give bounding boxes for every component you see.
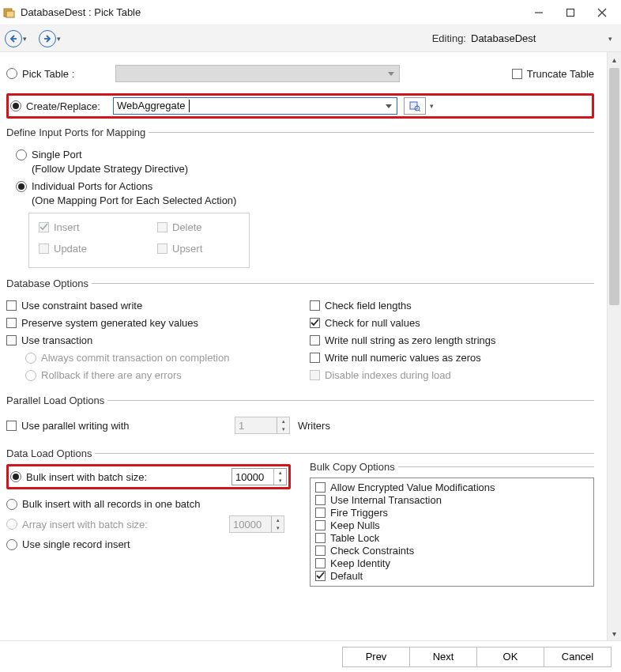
truncate-table-checkbox[interactable] xyxy=(512,69,522,79)
dataload-fieldset: Data Load Options Bulk insert with batch… xyxy=(6,447,594,591)
null-num-checkbox[interactable] xyxy=(310,353,320,363)
back-dropdown[interactable]: ▾ xyxy=(23,35,31,43)
rollback-radio xyxy=(25,370,36,381)
bulk-copy-item[interactable]: Use Internal Transaction xyxy=(315,494,589,506)
null-str-checkbox[interactable] xyxy=(310,335,320,345)
bulk-copy-checkbox[interactable] xyxy=(315,533,326,543)
array-batch-label: Array insert with batch size: xyxy=(22,519,229,530)
nav-strip: ▾ ▾ Editing: DatabaseDest ▾ xyxy=(0,25,621,52)
scroll-thumb[interactable] xyxy=(609,68,619,305)
single-insert-label: Use single record insert xyxy=(22,538,130,550)
bulk-copy-item[interactable]: Keep Identity xyxy=(315,557,589,569)
bulk-copy-item[interactable]: Fire Triggers xyxy=(315,507,589,519)
single-insert-radio[interactable] xyxy=(6,539,17,550)
next-button[interactable]: Next xyxy=(409,647,477,667)
preserve-keys-label: Preserve system generated key values xyxy=(21,317,198,329)
create-replace-highlight: Create/Replace: WebAggregate ▾ xyxy=(6,93,594,119)
parallel-fieldset: Parallel Load Options Use parallel writi… xyxy=(6,395,594,440)
single-port-label: Single Port xyxy=(32,149,82,160)
constraint-write-label: Use constraint based write xyxy=(21,300,142,311)
create-replace-combo[interactable]: WebAggregate xyxy=(113,97,397,115)
bulk-copy-legend: Bulk Copy Options xyxy=(310,461,398,473)
single-port-radio[interactable] xyxy=(16,149,27,160)
preserve-keys-checkbox[interactable] xyxy=(6,318,17,328)
minimize-button[interactable] xyxy=(523,2,555,24)
bulk-copy-label: Default xyxy=(330,570,363,582)
insert-checkbox xyxy=(39,222,49,232)
prev-button[interactable]: Prev xyxy=(342,647,410,667)
database-icon xyxy=(3,6,16,19)
update-label: Update xyxy=(54,243,87,255)
maximize-button[interactable] xyxy=(555,2,586,24)
scroll-down-icon[interactable]: ▾ xyxy=(608,626,621,640)
null-num-label: Write null numeric values as zeros xyxy=(325,352,481,364)
pick-table-radio[interactable] xyxy=(6,68,17,79)
writers-spinner: 1 ▴▾ xyxy=(235,417,290,434)
individual-ports-hint: (One Mapping Port for Each Selected Acti… xyxy=(32,194,236,206)
bulk-batch-highlight: Bulk insert with batch size: 10000 ▴▾ xyxy=(6,464,291,489)
bulk-copy-item[interactable]: Table Lock xyxy=(315,532,589,544)
pick-table-select[interactable] xyxy=(115,65,400,82)
editing-value: DatabaseDest xyxy=(471,32,605,44)
bulk-copy-checkbox[interactable] xyxy=(315,558,326,568)
scroll-up-icon[interactable]: ▴ xyxy=(608,52,621,66)
writers-label: Writers xyxy=(298,420,330,432)
use-transaction-checkbox[interactable] xyxy=(6,335,17,345)
close-button[interactable] xyxy=(586,2,618,24)
bulk-copy-checkbox[interactable] xyxy=(315,546,326,556)
check-nulls-label: Check for null values xyxy=(325,317,420,329)
bulk-copy-label: Check Constraints xyxy=(330,545,414,557)
bulk-batch-value: 10000 xyxy=(235,471,264,483)
vertical-scrollbar[interactable]: ▴ ▾ xyxy=(607,52,621,640)
bulk-all-radio[interactable] xyxy=(6,499,17,510)
editing-dropdown[interactable]: ▾ xyxy=(608,35,616,43)
browse-dropdown[interactable]: ▾ xyxy=(427,102,435,110)
disable-indexes-label: Disable indexes during load xyxy=(325,369,451,381)
individual-ports-label: Individual Ports for Actions xyxy=(32,180,152,192)
create-replace-radio[interactable] xyxy=(10,100,21,111)
bulk-copy-checkbox[interactable] xyxy=(315,520,326,530)
titlebar: DatabaseDest : Pick Table xyxy=(0,0,621,25)
null-str-label: Write null string as zero length strings xyxy=(325,334,496,346)
bulk-batch-radio[interactable] xyxy=(10,471,21,482)
individual-ports-radio[interactable] xyxy=(16,181,27,192)
browse-table-button[interactable] xyxy=(404,97,426,115)
content-area: ▴ ▾ Pick Table : Truncate Table Create/R… xyxy=(0,52,621,640)
check-lengths-label: Check field lengths xyxy=(325,300,412,311)
forward-dropdown[interactable]: ▾ xyxy=(57,35,65,43)
bulk-copy-checkbox[interactable] xyxy=(315,495,326,505)
bulk-batch-spinner[interactable]: 10000 ▴▾ xyxy=(231,468,287,485)
use-transaction-label: Use transaction xyxy=(21,334,92,346)
update-checkbox xyxy=(39,244,49,254)
ok-button[interactable]: OK xyxy=(476,647,544,667)
bulk-copy-item[interactable]: Keep Nulls xyxy=(315,519,589,531)
back-button[interactable] xyxy=(5,30,22,47)
bulk-copy-item[interactable]: Check Constraints xyxy=(315,545,589,557)
cancel-button[interactable]: Cancel xyxy=(544,647,612,667)
bulk-copy-checkbox[interactable] xyxy=(315,482,326,493)
use-parallel-checkbox[interactable] xyxy=(6,421,17,431)
always-commit-label: Always commit transaction on completion xyxy=(41,352,229,364)
check-nulls-checkbox[interactable] xyxy=(310,318,320,328)
create-replace-value: WebAggregate xyxy=(117,100,186,111)
bulk-copy-checkbox[interactable] xyxy=(315,571,326,581)
forward-button[interactable] xyxy=(39,30,56,47)
bulk-copy-label: Use Internal Transaction xyxy=(330,494,442,506)
use-parallel-label: Use parallel writing with xyxy=(21,420,235,432)
constraint-write-checkbox[interactable] xyxy=(6,300,17,311)
upsert-label: Upsert xyxy=(172,243,202,255)
check-lengths-checkbox[interactable] xyxy=(310,300,320,311)
bulk-copy-item[interactable]: Default xyxy=(315,570,589,582)
bulk-copy-checkbox[interactable] xyxy=(315,508,326,518)
single-port-hint: (Follow Update Strategy Directive) xyxy=(32,163,188,175)
bulk-copy-label: Fire Triggers xyxy=(330,507,388,519)
dataload-legend: Data Load Options xyxy=(6,447,95,459)
upsert-checkbox xyxy=(157,244,167,254)
ports-legend: Define Input Ports for Mapping xyxy=(6,126,149,138)
bulk-copy-listbox[interactable]: Allow Encrypted Value ModificationsUse I… xyxy=(310,478,594,587)
array-batch-spinner: 10000 ▴▾ xyxy=(229,515,284,533)
svg-line-10 xyxy=(419,110,420,111)
bulk-copy-item[interactable]: Allow Encrypted Value Modifications xyxy=(315,481,589,493)
bulk-copy-label: Keep Identity xyxy=(330,557,390,569)
bulk-all-label: Bulk insert with all records in one batc… xyxy=(22,498,200,510)
